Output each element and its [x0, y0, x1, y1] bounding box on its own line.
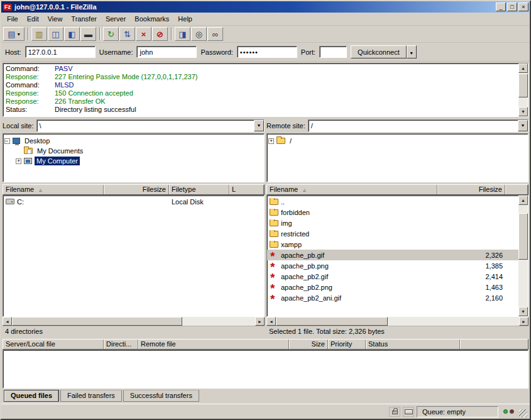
- file-row[interactable]: xampp: [267, 239, 518, 250]
- toggle-message-log-button[interactable]: ▥: [31, 27, 47, 41]
- expander-icon[interactable]: [4, 138, 10, 144]
- scroll-track[interactable]: [12, 317, 255, 326]
- resize-grip[interactable]: [519, 409, 527, 417]
- scroll-left-icon[interactable]: [3, 317, 12, 326]
- column-header[interactable]: Status: [366, 340, 460, 349]
- dropdown-icon[interactable]: [518, 120, 528, 131]
- scroll-track[interactable]: [276, 317, 519, 326]
- find-files-button[interactable]: ◎: [191, 27, 207, 41]
- tree-item[interactable]: My Computer: [4, 156, 263, 166]
- expander-icon[interactable]: [16, 158, 21, 164]
- tree-item[interactable]: Desktop: [4, 136, 263, 146]
- file-icon: [270, 231, 278, 237]
- password-input[interactable]: [237, 46, 297, 58]
- quickconnect-button[interactable]: Quickconnect: [351, 45, 407, 58]
- cancel-operation-button[interactable]: ×: [136, 27, 151, 41]
- toggle-transfer-queue-button[interactable]: ▬: [80, 27, 96, 41]
- file-row[interactable]: apache_pb2_ani.gif2,160: [267, 292, 518, 303]
- local-site-combo[interactable]: \: [36, 119, 265, 132]
- refresh-button[interactable]: ↻: [103, 27, 119, 41]
- remote-tree: /: [266, 133, 528, 182]
- scroll-thumb[interactable]: [518, 74, 528, 98]
- file-row[interactable]: img: [267, 218, 518, 228]
- remote-list-header: FilenameFilesize: [266, 184, 528, 195]
- scroll-up-icon[interactable]: [518, 64, 528, 73]
- menu-item[interactable]: Help: [173, 14, 197, 24]
- file-row[interactable]: ..: [267, 196, 518, 207]
- remote-site-combo[interactable]: /: [308, 119, 528, 132]
- remote-hscrollbar[interactable]: [266, 317, 528, 326]
- file-row[interactable]: C:Local Disk: [3, 196, 264, 207]
- file-icon: [270, 294, 278, 302]
- expander-icon[interactable]: [268, 138, 274, 144]
- quickconnect-dropdown-icon[interactable]: [407, 45, 417, 58]
- synchronized-browsing-button[interactable]: ∞: [207, 27, 223, 41]
- port-input[interactable]: [319, 46, 347, 58]
- process-queue-button[interactable]: ⇅: [119, 27, 135, 41]
- remote-site-value: /: [309, 120, 518, 131]
- scroll-thumb[interactable]: [276, 317, 388, 326]
- column-header[interactable]: Size: [289, 340, 328, 349]
- toggle-tree-views-button[interactable]: ◫: [48, 27, 63, 41]
- log-scrollbar[interactable]: [518, 64, 528, 116]
- scroll-track[interactable]: [518, 205, 528, 307]
- local-tree: DesktopMy DocumentsMy Computer: [3, 133, 265, 182]
- file-row[interactable]: restricted: [267, 228, 518, 239]
- menu-item[interactable]: Transfer: [67, 14, 101, 24]
- queue-tab[interactable]: Failed transfers: [60, 390, 122, 402]
- queue-tab[interactable]: Successful transfers: [123, 390, 199, 402]
- scroll-track[interactable]: [518, 73, 528, 107]
- file-row[interactable]: apache_pb.gif2,326: [267, 250, 518, 260]
- close-button[interactable]: ×: [518, 3, 528, 11]
- file-row[interactable]: apache_pb2.gif2,414: [267, 271, 518, 282]
- scroll-down-icon[interactable]: [518, 307, 528, 316]
- tree-item-icon: [276, 138, 285, 144]
- host-input[interactable]: [25, 46, 96, 58]
- encryption-indicator-icon[interactable]: [389, 407, 400, 417]
- tree-item[interactable]: /: [268, 136, 527, 146]
- column-header[interactable]: L: [229, 185, 264, 194]
- scroll-down-icon[interactable]: [518, 107, 528, 116]
- column-header[interactable]: Directi...: [104, 340, 138, 349]
- file-row[interactable]: apache_pb2.png1,463: [267, 282, 518, 292]
- minimize-button[interactable]: _: [496, 3, 506, 11]
- titlebar[interactable]: Fz john@127.0.0.1 - FileZilla _□×: [1, 1, 530, 13]
- scroll-right-icon[interactable]: [519, 317, 528, 326]
- remote-site-label: Remote site:: [266, 122, 305, 130]
- column-header[interactable]: Filename: [3, 185, 104, 194]
- column-header[interactable]: Remote file: [138, 340, 289, 349]
- menu-item[interactable]: Bookmarks: [130, 14, 173, 24]
- scroll-left-icon[interactable]: [266, 317, 276, 326]
- menu-item[interactable]: Server: [101, 14, 130, 24]
- compare-directories-button[interactable]: ◨: [175, 27, 190, 41]
- local-hscrollbar[interactable]: [3, 317, 265, 326]
- file-row[interactable]: forbidden: [267, 207, 518, 218]
- scroll-thumb[interactable]: [12, 317, 182, 326]
- queue-tab[interactable]: Queued files: [4, 390, 59, 402]
- column-header[interactable]: Filetype: [169, 185, 229, 194]
- menu-item[interactable]: File: [3, 14, 23, 24]
- disconnect-button[interactable]: ⊘: [152, 27, 168, 41]
- tree-item[interactable]: My Documents: [4, 146, 263, 156]
- transfer-queue[interactable]: [3, 350, 528, 389]
- toggle-detail-views-button[interactable]: ◧: [64, 27, 80, 41]
- column-header[interactable]: Server/Local file: [3, 340, 104, 349]
- username-input[interactable]: [136, 46, 197, 58]
- column-header[interactable]: Priority: [328, 340, 366, 349]
- maximize-button[interactable]: □: [507, 3, 517, 11]
- column-header[interactable]: Filesize: [104, 185, 169, 194]
- file-row[interactable]: apache_pb.png1,385: [267, 260, 518, 271]
- transfer-type-indicator-icon[interactable]: [403, 407, 414, 417]
- column-header[interactable]: [505, 185, 528, 194]
- scroll-right-icon[interactable]: [255, 317, 265, 326]
- menu-item[interactable]: Edit: [23, 14, 43, 24]
- scroll-up-icon[interactable]: [518, 196, 528, 205]
- remote-vscrollbar[interactable]: [518, 196, 528, 316]
- menu-item[interactable]: View: [43, 14, 67, 24]
- column-header[interactable]: Filename: [267, 185, 437, 194]
- tree-item-icon: [24, 158, 32, 164]
- site-manager-button[interactable]: ▤: [3, 27, 25, 41]
- column-header[interactable]: Filesize: [437, 185, 505, 194]
- scroll-thumb[interactable]: [518, 213, 528, 260]
- dropdown-icon[interactable]: [254, 120, 264, 131]
